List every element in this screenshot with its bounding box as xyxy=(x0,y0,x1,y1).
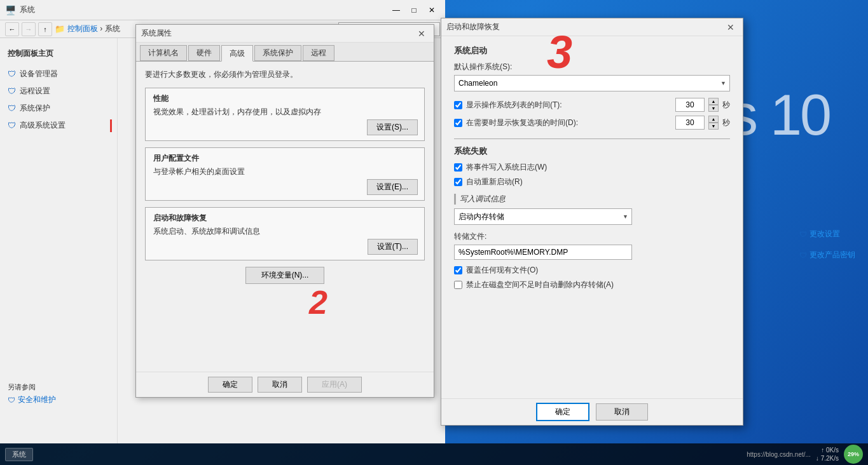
taskbar: 系统 https://blog.csdn.net/... ↑ 0K/s ↓ 7.… xyxy=(0,443,868,465)
sysprop-notice: 要进行大多数更改，你必须作为管理员登录。 xyxy=(145,69,425,80)
os-list-spin-up[interactable]: ▲ xyxy=(708,98,719,105)
startup-recovery-section: 启动和故障恢复 系统启动、系统故障和调试信息 设置(T)... xyxy=(145,207,425,260)
sidebar-item-device-manager[interactable]: 🛡 设备管理器 xyxy=(0,65,117,83)
tab-hardware[interactable]: 硬件 xyxy=(188,45,220,61)
sysprop-footer: 确定 取消 应用(A) xyxy=(136,372,434,397)
performance-desc: 视觉效果，处理器计划，内存使用，以及虚拟内存 xyxy=(153,107,417,118)
shield-icon-2: 🛡 xyxy=(8,86,16,96)
startup-cancel-btn[interactable]: 取消 xyxy=(596,403,648,421)
user-profile-settings-btn[interactable]: 设置(E)... xyxy=(367,179,418,195)
maximize-button[interactable]: □ xyxy=(406,3,422,17)
write-debug-title: 写入调试信息 xyxy=(454,194,730,205)
startup-footer: 确定 取消 xyxy=(441,398,743,425)
window-title: 系统 xyxy=(20,4,35,15)
taskbar-app[interactable]: 系统 xyxy=(5,448,33,461)
recovery-spin-up[interactable]: ▲ xyxy=(708,116,719,123)
startup-recovery-dialog: 启动和故障恢复 ✕ 系统启动 默认操作系统(S): Chameleon ▼ 显示… xyxy=(441,18,743,426)
sysprop-cancel-btn[interactable]: 取消 xyxy=(258,377,302,393)
system-properties-dialog: 系统属性 ✕ 计算机名 硬件 高级 系统保护 远程 要进行大多数更改，你必须作为… xyxy=(135,24,434,398)
sysprop-ok-btn[interactable]: 确定 xyxy=(208,377,252,393)
sys-startup-section: 系统启动 默认操作系统(S): Chameleon ▼ 显示操作系统列表的时间(… xyxy=(454,45,730,130)
user-profile-desc: 与登录帐户相关的桌面设置 xyxy=(153,166,417,177)
write-event-label: 将事件写入系统日志(W) xyxy=(466,162,547,173)
startup-recovery-settings-btn[interactable]: 设置(T)... xyxy=(368,239,418,255)
performance-settings-btn[interactable]: 设置(S)... xyxy=(367,119,418,135)
write-event-checkbox[interactable] xyxy=(454,163,462,172)
sidebar-item-system-protection[interactable]: 🛡 系统保护 xyxy=(0,100,117,117)
shield-icon-change: 🛡 xyxy=(799,230,807,239)
tab-computername[interactable]: 计算机名 xyxy=(140,45,187,61)
speed-info: ↑ 0K/s ↓ 7.2K/s xyxy=(816,446,839,462)
breadcrumb-item1[interactable]: 控制面板 xyxy=(67,24,98,33)
tab-sysprotection[interactable]: 系统保护 xyxy=(254,45,301,61)
main-titlebar: 🖥️ 系统 — □ ✕ xyxy=(0,0,445,20)
recovery-unit: 秒 xyxy=(722,118,730,128)
show-os-list-checkbox[interactable] xyxy=(454,101,462,109)
auto-restart-label: 自动重新启动(R) xyxy=(466,177,523,187)
change-settings-link[interactable]: 🛡 更改设置 xyxy=(799,229,855,239)
up-button[interactable]: ↑ xyxy=(38,22,52,36)
sidebar-label-1: 设备管理器 xyxy=(20,69,58,79)
forward-button[interactable]: → xyxy=(22,22,36,36)
startup-close-button[interactable]: ✕ xyxy=(724,21,738,34)
recovery-spin-down[interactable]: ▼ xyxy=(708,123,719,130)
user-profile-title: 用户配置文件 xyxy=(153,153,417,164)
tab-remote[interactable]: 远程 xyxy=(303,45,334,61)
change-product-key-link[interactable]: 🛡 更改产品密钥 xyxy=(799,250,855,260)
breadcrumb-item2: 系统 xyxy=(105,24,120,33)
show-recovery-spinbox[interactable] xyxy=(675,116,705,130)
show-os-list-spinbox[interactable] xyxy=(675,98,705,112)
default-os-select[interactable]: Chameleon xyxy=(454,75,730,91)
os-list-unit: 秒 xyxy=(722,100,730,111)
sidebar-label-2: 远程设置 xyxy=(20,86,50,97)
shield-icon-1: 🛡 xyxy=(8,69,16,79)
annotation-cursor xyxy=(110,119,112,132)
back-button[interactable]: ← xyxy=(5,22,19,36)
folder-icon: 📁 xyxy=(55,24,65,34)
os-list-spin-down[interactable]: ▼ xyxy=(708,105,719,112)
startup-titlebar: 启动和故障恢复 ✕ xyxy=(441,18,743,36)
show-recovery-checkbox[interactable] xyxy=(454,119,462,127)
sysprop-close-button[interactable]: ✕ xyxy=(415,27,429,40)
close-button[interactable]: ✕ xyxy=(424,3,440,17)
shield-icon-3: 🛡 xyxy=(8,104,16,113)
battery-widget: 29% xyxy=(844,445,863,464)
shield-icon-security: 🛡 xyxy=(8,396,15,405)
write-debug-section: 写入调试信息 启动内存转储 ▼ xyxy=(454,194,730,225)
show-os-list-label: 显示操作系统列表的时间(T): xyxy=(466,100,672,111)
sidebar-header: 控制面板主页 xyxy=(0,44,117,63)
sidebar-item-advanced-settings[interactable]: 🛡 高级系统设置 xyxy=(0,117,117,134)
tab-advanced[interactable]: 高级 xyxy=(221,45,253,62)
minimize-button[interactable]: — xyxy=(388,3,404,17)
transfer-file-label: 转储文件: xyxy=(454,231,730,242)
sysprop-title: 系统属性 xyxy=(141,28,172,39)
sys-failure-section: 系统失败 将事件写入系统日志(W) 自动重新启动(R) xyxy=(454,145,730,187)
also-see-label: 另请参阅 xyxy=(8,382,56,392)
transfer-file-input[interactable] xyxy=(454,245,632,260)
startup-dialog-title: 启动和故障恢复 xyxy=(446,22,500,32)
disable-auto-delete-checkbox[interactable] xyxy=(454,281,462,289)
security-link[interactable]: 🛡 安全和维护 xyxy=(8,394,56,405)
right-panel-links: 🛡 更改设置 🛡 更改产品密钥 xyxy=(799,229,855,260)
sysprop-apply-btn[interactable]: 应用(A) xyxy=(307,377,362,393)
debug-type-select[interactable]: 启动内存转储 xyxy=(454,208,632,225)
performance-title: 性能 xyxy=(153,93,417,104)
url-info: https://blog.csdn.net/... xyxy=(747,451,811,458)
sidebar: 控制面板主页 🛡 设备管理器 🛡 远程设置 🛡 系统保护 🛡 高级系统设置 另请… xyxy=(0,38,118,443)
startup-recovery-desc: 系统启动、系统故障和调试信息 xyxy=(153,226,417,237)
default-os-label: 默认操作系统(S): xyxy=(454,62,730,72)
taskbar-left: 系统 xyxy=(5,448,33,461)
startup-ok-btn[interactable]: 确定 xyxy=(536,403,589,421)
auto-restart-checkbox[interactable] xyxy=(454,178,462,186)
disable-auto-delete-label: 禁止在磁盘空间不足时自动删除内存转储(A) xyxy=(466,280,614,290)
taskbar-right: https://blog.csdn.net/... ↑ 0K/s ↓ 7.2K/… xyxy=(747,445,863,464)
shield-icon-4: 🛡 xyxy=(8,121,16,130)
sysprop-body: 要进行大多数更改，你必须作为管理员登录。 性能 视觉效果，处理器计划，内存使用，… xyxy=(136,62,434,292)
startup-recovery-title: 启动和故障恢复 xyxy=(153,213,417,224)
overwrite-checkbox[interactable] xyxy=(454,266,462,274)
startup-dialog-body: 系统启动 默认操作系统(S): Chameleon ▼ 显示操作系统列表的时间(… xyxy=(441,36,743,303)
env-variables-btn[interactable]: 环境变量(N)... xyxy=(245,267,325,284)
sys-failure-title: 系统失败 xyxy=(454,145,730,157)
sidebar-item-remote-settings[interactable]: 🛡 远程设置 xyxy=(0,83,117,100)
transfer-file-section: 转储文件: xyxy=(454,231,730,260)
